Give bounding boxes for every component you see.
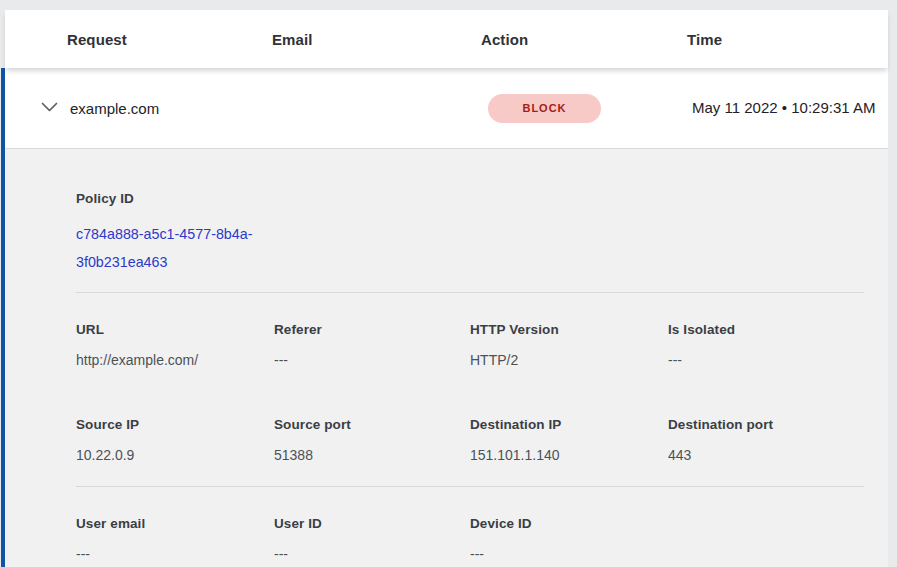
field-value: --- bbox=[274, 350, 470, 370]
field-label: User email bbox=[76, 515, 274, 533]
request-log-table: Request Email Action Time example.com BL… bbox=[1, 10, 888, 567]
field-value: --- bbox=[470, 544, 668, 564]
field-value: --- bbox=[76, 544, 274, 564]
field-label: HTTP Version bbox=[470, 321, 668, 339]
device-id-field: Device ID --- bbox=[470, 515, 668, 564]
column-header-action: Action bbox=[481, 31, 687, 48]
referer-field: Referer --- bbox=[274, 321, 470, 370]
field-value: http://example.com/ bbox=[76, 350, 274, 370]
expanded-row-group: example.com BLOCK May 11 2022 • 10:29:31… bbox=[1, 68, 888, 567]
user-email-field: User email --- bbox=[76, 515, 274, 564]
http-version-field: HTTP Version HTTP/2 bbox=[470, 321, 668, 370]
field-label: Source port bbox=[274, 416, 470, 434]
field-value: 151.101.1.140 bbox=[470, 445, 668, 465]
field-value: HTTP/2 bbox=[470, 350, 668, 370]
field-label: URL bbox=[76, 321, 274, 339]
details-fields-row: Source IP 10.22.0.9 Source port 51388 De… bbox=[76, 416, 864, 465]
row-expander-cell bbox=[5, 99, 70, 118]
field-value: 10.22.0.9 bbox=[76, 445, 274, 465]
field-label: User ID bbox=[274, 515, 470, 533]
field-label: Is Isolated bbox=[668, 321, 864, 339]
field-label: Device ID bbox=[470, 515, 668, 533]
empty-cell bbox=[668, 515, 864, 564]
row-time-value: May 11 2022 • 10:29:31 AM bbox=[687, 96, 888, 120]
log-table-row[interactable]: example.com BLOCK May 11 2022 • 10:29:31… bbox=[5, 68, 888, 149]
source-port-field: Source port 51388 bbox=[274, 416, 470, 465]
chevron-down-icon bbox=[41, 101, 58, 116]
destination-port-field: Destination port 443 bbox=[668, 416, 864, 465]
policy-id-link[interactable]: c784a888-a5c1-4577-8b4a-3f0b231ea463 bbox=[76, 220, 276, 276]
field-label: Policy ID bbox=[76, 190, 864, 208]
action-block-badge: BLOCK bbox=[488, 94, 601, 123]
field-value: --- bbox=[668, 350, 864, 370]
field-label: Destination port bbox=[668, 416, 864, 434]
column-header-time: Time bbox=[687, 31, 888, 48]
field-value: 443 bbox=[668, 445, 864, 465]
destination-ip-field: Destination IP 151.101.1.140 bbox=[470, 416, 668, 465]
details-fields-row: URL http://example.com/ Referer --- HTTP… bbox=[76, 321, 864, 370]
table-header-row: Request Email Action Time bbox=[5, 10, 888, 68]
field-value: 51388 bbox=[274, 445, 470, 465]
column-header-request: Request bbox=[67, 31, 272, 48]
divider bbox=[76, 486, 864, 487]
policy-id-field: Policy ID c784a888-a5c1-4577-8b4a-3f0b23… bbox=[76, 190, 864, 276]
column-header-email: Email bbox=[272, 31, 481, 48]
row-details-panel: Policy ID c784a888-a5c1-4577-8b4a-3f0b23… bbox=[5, 149, 888, 567]
divider bbox=[76, 292, 864, 293]
field-label: Destination IP bbox=[470, 416, 668, 434]
details-fields-row: User email --- User ID --- Device ID --- bbox=[76, 515, 864, 564]
row-request-value: example.com bbox=[70, 100, 278, 117]
field-value: --- bbox=[274, 544, 470, 564]
field-label: Source IP bbox=[76, 416, 274, 434]
field-label: Referer bbox=[274, 321, 470, 339]
row-action-cell: BLOCK bbox=[483, 94, 687, 123]
user-id-field: User ID --- bbox=[274, 515, 470, 564]
row-collapse-button[interactable] bbox=[39, 99, 60, 118]
url-field: URL http://example.com/ bbox=[76, 321, 274, 370]
source-ip-field: Source IP 10.22.0.9 bbox=[76, 416, 274, 465]
is-isolated-field: Is Isolated --- bbox=[668, 321, 864, 370]
